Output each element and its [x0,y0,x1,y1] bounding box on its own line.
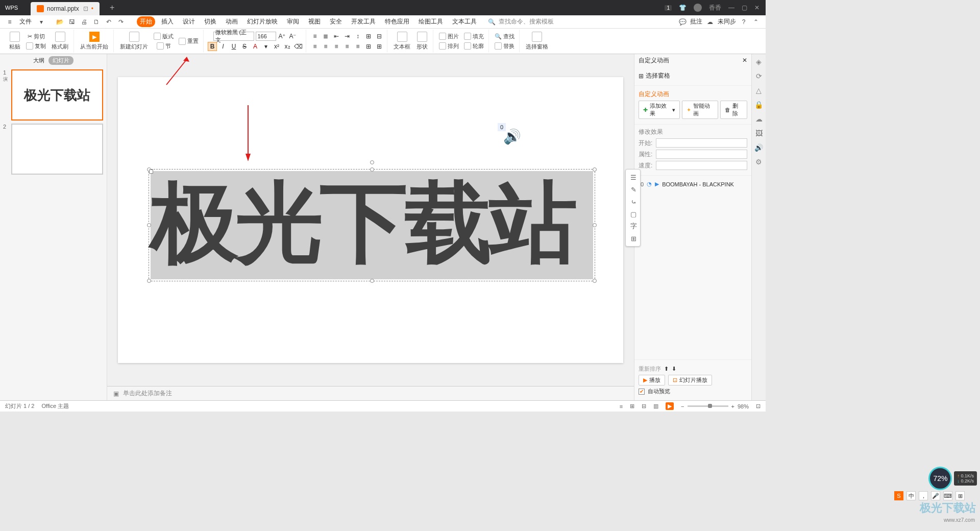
highlight-color-button[interactable]: ▾ [261,42,271,51]
line-spacing-button[interactable]: ↕ [353,32,362,41]
tab-insert[interactable]: 插入 [158,16,177,27]
selected-textbox[interactable]: 极光下载站 [149,169,595,281]
cut-button[interactable]: ✂剪切 [26,32,46,41]
select-pane-link[interactable]: 选择窗格 [646,71,670,80]
open-icon[interactable]: 📂 [55,17,64,27]
new-tab-button[interactable]: + [110,3,114,12]
sync-label[interactable]: 未同步 [718,17,736,26]
notification-badge[interactable]: 1 [665,5,672,11]
file-menu[interactable]: 文件 [19,17,32,26]
speaker-icon[interactable]: 🔊 [503,128,521,145]
notes-bar[interactable]: ▣ 单击此处添加备注 [107,386,634,400]
tab-design[interactable]: 设计 [180,16,198,27]
comment-icon[interactable]: 💬 [678,17,687,27]
tab-devtools[interactable]: 开发工具 [348,16,379,27]
find-button[interactable]: 🔍查找 [493,32,516,41]
ri-gear-icon[interactable]: ⚙ [754,157,764,166]
resize-handle-mr[interactable] [593,223,597,227]
subscript-button[interactable]: x₂ [283,42,292,51]
close-panel-icon[interactable]: ✕ [742,57,747,64]
auto-preview-checkbox[interactable]: ✔ [639,389,645,395]
cloud-sync-icon[interactable]: ☁ [705,17,715,27]
italic-button[interactable]: I [218,42,228,51]
ft-layers-icon[interactable]: ☰ [628,172,639,183]
select-pane-button[interactable]: 选择窗格 [524,31,550,52]
increase-font-icon[interactable]: A⁺ [278,32,287,41]
ri-animation-icon[interactable]: ⟳ [754,71,764,81]
view-reading-icon[interactable]: ⊟ [642,403,646,409]
outline-tab[interactable]: 大纲 [33,57,44,64]
rotate-handle[interactable] [370,160,374,164]
zoom-out-button[interactable]: − [681,403,684,409]
columns-button[interactable]: ⊞ [364,42,373,51]
view-notes-icon[interactable]: ▥ [653,403,658,409]
ri-cloud-icon[interactable]: ☁ [754,114,764,124]
resize-handle-bl[interactable] [147,279,151,283]
textbox-button[interactable]: 文本框 [391,31,412,52]
ri-triangle-icon[interactable]: △ [754,86,764,95]
resize-handle-ml[interactable] [147,223,151,227]
ri-diamond-icon[interactable]: ◈ [754,57,764,66]
resize-handle-br[interactable] [593,279,597,283]
move-up-icon[interactable]: ⬆ [664,366,669,372]
font-size-input[interactable]: 166 [256,32,276,41]
document-tab[interactable]: normal.pptx ⊡ • [31,2,100,15]
superscript-button[interactable]: x² [272,42,281,51]
collapse-ribbon-icon[interactable]: ⌃ [751,17,761,27]
tab-animation[interactable]: 动画 [223,16,241,27]
play-from-current-button[interactable]: ▶从当前开始 [78,31,110,52]
zoom-slider[interactable] [688,405,728,407]
search-input[interactable]: 查找命令、搜索模板 [499,17,554,26]
apparel-icon[interactable]: 👕 [679,4,687,11]
tab-view[interactable]: 视图 [305,16,324,27]
shapes-button[interactable]: 形状 [414,31,430,52]
bold-button[interactable]: B [208,42,217,51]
ri-lock-icon[interactable]: 🔒 [754,100,764,109]
ft-pen-icon[interactable]: ✎ [628,184,639,195]
print-preview-icon[interactable]: 🗋 [92,17,101,27]
layout-button[interactable]: 版式 [152,32,175,41]
save-icon[interactable]: 🖫 [67,17,77,27]
zoom-level[interactable]: 98% [738,403,749,409]
zoom-in-button[interactable]: + [731,403,734,409]
increase-indent-button[interactable]: ⇥ [342,32,352,41]
print-icon[interactable]: 🖨 [80,17,89,27]
justify-button[interactable]: ≡ [342,42,352,51]
tab-texttools[interactable]: 文本工具 [449,16,480,27]
tab-special[interactable]: 特色应用 [382,16,412,27]
maximize-button[interactable]: ▢ [742,4,747,11]
bullets-button[interactable]: ≡ [310,32,320,41]
reset-button[interactable]: 重置 [177,37,200,45]
tab-review[interactable]: 审阅 [284,16,302,27]
copy-button[interactable]: 复制 [24,42,47,51]
fit-screen-icon[interactable]: ⊡ [756,403,761,409]
minimize-button[interactable]: — [728,4,734,11]
resize-handle-tm[interactable] [370,167,374,172]
align-right-button[interactable]: ≡ [332,42,341,51]
view-normal-icon[interactable]: ≡ [620,403,623,409]
undo-icon[interactable]: ↶ [104,17,113,27]
tab-security[interactable]: 安全 [327,16,345,27]
speed-select[interactable] [656,161,747,170]
underline-button[interactable]: U [229,42,238,51]
tab-home[interactable]: 开始 [137,16,155,27]
resize-handle-tl[interactable] [147,167,151,172]
numbering-button[interactable]: ≣ [321,32,330,41]
decrease-indent-button[interactable]: ⇤ [332,32,341,41]
align-left-button[interactable]: ≡ [310,42,320,51]
clear-formatting-button[interactable]: ⌫ [293,42,303,51]
close-window-button[interactable]: ✕ [754,4,760,11]
section-button[interactable]: 节 [155,42,173,51]
align-text-button[interactable]: ⊟ [375,32,384,41]
arrange-button[interactable]: 排列 [437,42,460,51]
view-sorter-icon[interactable]: ⊞ [630,403,634,409]
slideshow-start-button[interactable]: ▶ [666,402,674,410]
fill-button[interactable]: 填充 [462,32,485,41]
replace-button[interactable]: 替换 [493,42,516,51]
ri-image-icon[interactable]: 🖼 [754,129,764,138]
tab-transition[interactable]: 切换 [201,16,219,27]
resize-handle-tr[interactable] [593,167,597,172]
slide[interactable]: 0 🔊 极光下载站 ☰ ✎ [118,77,623,363]
thumbnails-tab[interactable]: 幻灯片 [48,56,74,65]
play-anim-button[interactable]: ▶播放 [639,375,665,385]
